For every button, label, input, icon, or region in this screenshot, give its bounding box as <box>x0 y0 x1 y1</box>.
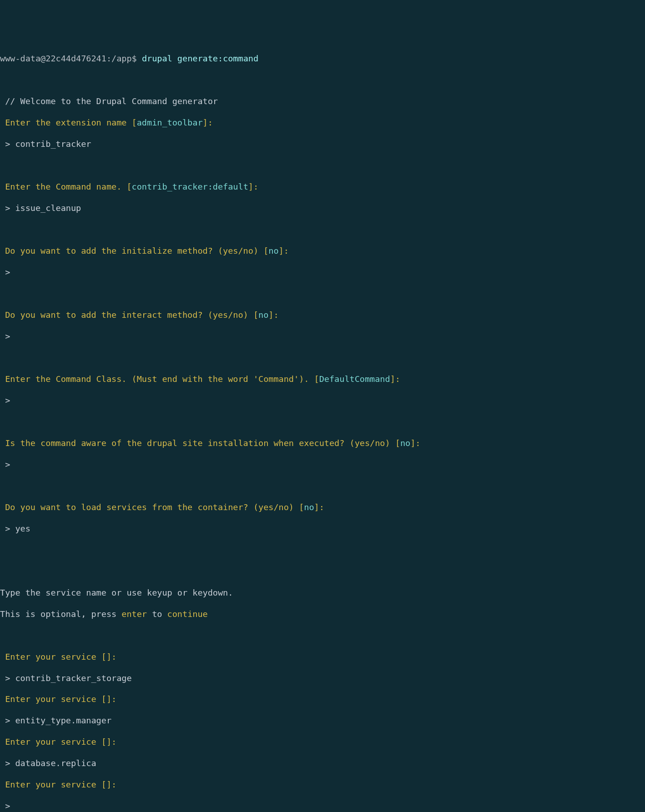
command-name-input[interactable]: > issue_cleanup <box>0 203 645 213</box>
prompt-close: ]: <box>314 502 324 512</box>
shell-cwd: /app <box>111 54 132 63</box>
service-prompt-3: Enter your service []: <box>0 737 645 747</box>
blank-line <box>0 630 645 641</box>
service-prompt-4: Enter your service []: <box>0 779 645 790</box>
prompt-text: Do you want to load services from the co… <box>0 502 304 512</box>
colon: : <box>106 54 111 63</box>
prompt-close: ]: <box>279 246 289 256</box>
default-value: no <box>258 310 268 320</box>
keyword-enter: enter <box>121 609 147 619</box>
prompt-close: ]: <box>106 652 116 662</box>
interact-input[interactable]: > <box>0 331 645 341</box>
blank-line <box>0 288 645 299</box>
service-hint-2: This is optional, press enter to continu… <box>0 609 645 619</box>
prompt-close: ]: <box>248 182 258 191</box>
shell-command-text: drupal generate:command <box>142 54 258 63</box>
service-input-4[interactable]: > <box>0 801 645 811</box>
welcome-comment: // Welcome to the Drupal Command generat… <box>0 96 645 106</box>
class-input[interactable]: > <box>0 395 645 406</box>
blank-line <box>0 352 645 363</box>
prompt-close: ]: <box>203 118 213 127</box>
default-value: no <box>304 502 314 512</box>
prompt-close: ]: <box>390 374 400 384</box>
default-value: DefaultCommand <box>319 374 390 384</box>
aware-input[interactable]: > <box>0 459 645 470</box>
prompt-text: Enter the extension name [ <box>0 118 137 127</box>
extension-input[interactable]: > contrib_tracker <box>0 139 645 149</box>
command-name-prompt: Enter the Command name. [contrib_tracker… <box>0 181 645 192</box>
service-prompt-1: Enter your service []: <box>0 652 645 662</box>
terminal-output: www-data@22c44d476241:/app$ drupal gener… <box>0 43 645 812</box>
initialize-prompt: Do you want to add the initialize method… <box>0 246 645 256</box>
prompt-close: ]: <box>410 438 420 448</box>
prompt-text: Do you want to add the initialize method… <box>0 246 268 256</box>
shell-command <box>137 54 142 63</box>
blank-line <box>0 160 645 170</box>
prompt-close: ]: <box>106 737 116 747</box>
service-hint-1: Type the service name or use keyup or ke… <box>0 587 645 598</box>
default-value: no <box>268 246 278 256</box>
shell-user-host: www-data@22c44d476241 <box>0 54 106 63</box>
initialize-input[interactable]: > <box>0 267 645 277</box>
interact-prompt: Do you want to add the interact method? … <box>0 310 645 320</box>
services-prompt: Do you want to load services from the co… <box>0 502 645 512</box>
prompt-close: ]: <box>268 310 278 320</box>
service-input-1[interactable]: > contrib_tracker_storage <box>0 673 645 683</box>
prompt-text: Do you want to add the interact method? … <box>0 310 258 320</box>
blank-line <box>0 566 645 576</box>
blank-line <box>0 481 645 491</box>
default-value: contrib_tracker:default <box>132 182 248 191</box>
shell-prompt-line: www-data@22c44d476241:/app$ drupal gener… <box>0 53 645 64</box>
blank-line <box>0 75 645 85</box>
blank-line <box>0 416 645 427</box>
service-prompt-2: Enter your service []: <box>0 694 645 704</box>
service-input-3[interactable]: > database.replica <box>0 758 645 768</box>
keyword-continue: continue <box>167 609 208 619</box>
prompt-text: Enter the Command Class. (Must end with … <box>0 374 319 384</box>
dollar: $ <box>132 54 137 63</box>
class-prompt: Enter the Command Class. (Must end with … <box>0 374 645 384</box>
extension-prompt: Enter the extension name [admin_toolbar]… <box>0 117 645 128</box>
prompt-close: ]: <box>106 694 116 704</box>
default-value: no <box>400 438 410 448</box>
service-input-2[interactable]: > entity_type.manager <box>0 715 645 726</box>
prompt-text: Enter the Command name. [ <box>0 182 132 191</box>
prompt-close: ]: <box>106 780 116 789</box>
prompt-text: Enter your service [ <box>0 694 106 704</box>
services-input[interactable]: > yes <box>0 523 645 534</box>
prompt-text: Is the command aware of the drupal site … <box>0 438 400 448</box>
blank-line <box>0 545 645 555</box>
prompt-text: Enter your service [ <box>0 780 106 789</box>
blank-line <box>0 224 645 235</box>
prompt-text: Enter your service [ <box>0 652 106 662</box>
hint-text: This is optional, press <box>0 609 121 619</box>
aware-prompt: Is the command aware of the drupal site … <box>0 438 645 448</box>
prompt-text: Enter your service [ <box>0 737 106 747</box>
hint-text: to <box>147 609 167 619</box>
default-value: admin_toolbar <box>137 118 203 127</box>
